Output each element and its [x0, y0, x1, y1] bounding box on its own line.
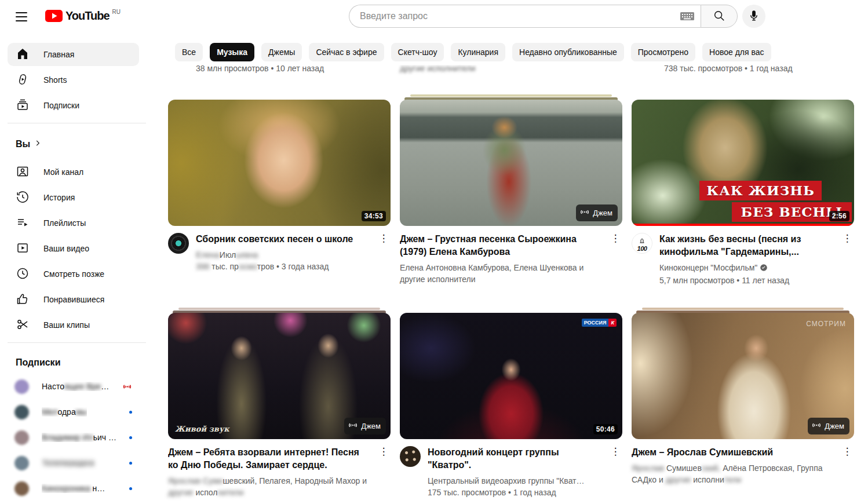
video-meta: 38 млн просмотров • 10 лет назад: [196, 64, 324, 73]
channel-name: Мелодрамы: [42, 407, 87, 417]
youtube-play-icon: [45, 10, 63, 22]
channel-name[interactable]: Киноконцерн "Мосфильм": [659, 262, 833, 275]
chip-mixes[interactable]: Джемы: [261, 43, 302, 61]
you-label: Вы: [16, 139, 30, 149]
microphone-icon: [747, 9, 760, 24]
avatar-label: 100: [637, 246, 647, 251]
video-thumbnail[interactable]: РОССИЯК 50:46: [400, 313, 622, 439]
channel-avatar: [14, 481, 29, 496]
video-title[interactable]: Джем – Ярослав Сумишевский: [632, 446, 833, 459]
video-title[interactable]: Как жизнь без весны (песня из кинофильма…: [659, 233, 833, 258]
voice-search-button[interactable]: [742, 5, 765, 28]
sidebar-item-subscriptions[interactable]: Подписки: [8, 94, 139, 117]
your-videos-icon: [16, 241, 30, 257]
search-input[interactable]: [359, 10, 680, 22]
video-meta: 175 тыс. просмотров • 1 год назад: [428, 487, 601, 498]
video-thumbnail[interactable]: СМОТРИМ Джем: [632, 313, 854, 439]
chip-sketch-shows[interactable]: Скетч-шоу: [391, 43, 444, 61]
chip-recently-uploaded[interactable]: Недавно опубликованные: [512, 43, 624, 61]
sidebar-item-playlists[interactable]: Плейлисты: [8, 211, 139, 235]
logo-text: YouTube: [65, 8, 110, 24]
chip-watched[interactable]: Просмотрено: [631, 43, 695, 61]
sidebar-you-header[interactable]: Вы: [16, 139, 42, 149]
video-thumbnail[interactable]: Живой звук Джем: [168, 313, 391, 439]
video-thumbnail[interactable]: 34:53: [168, 100, 391, 226]
sidebar-divider: [8, 123, 146, 123]
subscription-channel[interactable]: Мелодрамы: [8, 400, 139, 423]
youtube-home-page: YouTube RU Главная: [0, 0, 857, 504]
sidebar-item-home[interactable]: Главная: [8, 43, 139, 66]
subscription-channel[interactable]: Телепередачи: [8, 451, 139, 474]
search-button[interactable]: [701, 5, 738, 28]
video-title[interactable]: Джем – Грустная песенка Сыроежкина (1979…: [400, 233, 601, 258]
artists-byline[interactable]: Ярослав Сумишевский, Алёна Петровская, Г…: [632, 462, 833, 485]
chip-live[interactable]: Сейчас в эфире: [309, 43, 384, 61]
chip-music[interactable]: Музыка: [210, 43, 254, 61]
subscription-channel[interactable]: Владимир Ильич …: [8, 426, 139, 449]
sidebar-item-your-videos[interactable]: Ваши видео: [8, 237, 139, 260]
video-thumbnail[interactable]: КАК ЖИЗНЬ БЕЗ ВЕСНЫ 2:56: [632, 100, 854, 226]
channel-avatar[interactable]: [400, 446, 421, 467]
top-bar: YouTube RU: [0, 0, 857, 32]
search-bar: [349, 5, 738, 28]
mix-badge-label: Джем: [825, 422, 844, 430]
more-options-button[interactable]: ⋮: [608, 233, 622, 244]
channel-avatar[interactable]: 100: [632, 233, 652, 254]
chip-cooking[interactable]: Кулинария: [451, 43, 505, 61]
sidebar-item-your-clips[interactable]: Ваши клипы: [8, 313, 139, 337]
subscriptions-icon: [16, 98, 30, 114]
video-thumbnail[interactable]: Джем: [400, 100, 622, 226]
keyboard-icon[interactable]: [680, 11, 695, 21]
subscription-channel[interactable]: Кинохроника н…: [8, 477, 139, 500]
sidebar-item-label: Подписки: [43, 101, 79, 110]
more-options-button[interactable]: ⋮: [840, 233, 854, 244]
video-card: 34:53 Сборник советских песен о школе Ел…: [168, 100, 391, 272]
duration-badge: 50:46: [593, 424, 618, 434]
chip-all[interactable]: Все: [175, 43, 203, 61]
channel-name: Владимир Ильич …: [42, 433, 116, 442]
mix-stack-decoration: [642, 308, 844, 310]
sidebar-item-label: Смотреть позже: [43, 269, 104, 279]
chip-new-to-you[interactable]: Новое для вас: [702, 43, 771, 61]
sidebar-item-watch-later[interactable]: Смотреть позже: [8, 262, 139, 286]
live-icon: [122, 382, 132, 392]
scissors-icon: [16, 317, 30, 333]
artists-byline[interactable]: Елена Антоновна Камбурова, Елена Шуенков…: [400, 262, 601, 285]
more-options-button[interactable]: ⋮: [377, 233, 391, 244]
video-meta: 5,7 млн просмотров • 11 лет назад: [659, 275, 833, 286]
channel-name[interactable]: ЕленаИюльевна: [196, 249, 370, 261]
video-card: Джем Джем – Грустная песенка Сыроежкина …: [400, 100, 622, 285]
video-card: КАК ЖИЗНЬ БЕЗ ВЕСНЫ 2:56 100 Как жизнь б…: [632, 100, 854, 286]
sidebar-item-liked-videos[interactable]: Понравившиеся: [8, 288, 139, 311]
more-options-button[interactable]: ⋮: [608, 446, 622, 458]
shorts-icon: [16, 72, 30, 88]
more-options-button[interactable]: ⋮: [840, 446, 854, 458]
my-channel-icon: [16, 165, 30, 180]
history-icon: [16, 190, 30, 206]
channel-avatar[interactable]: [168, 233, 189, 254]
sidebar-item-history[interactable]: История: [8, 186, 139, 209]
channel-name[interactable]: Центральный видеоархив группы "Кват…: [428, 475, 601, 487]
duration-badge: 2:56: [829, 211, 849, 221]
channel-name: Настоящее Вре…: [42, 382, 109, 391]
video-title[interactable]: Джем – Ребята взорвали интернет! Песня к…: [168, 446, 370, 472]
more-options-button[interactable]: ⋮: [377, 446, 391, 458]
mosfilm-statue-icon: [639, 235, 645, 246]
sidebar-item-label: Shorts: [43, 75, 67, 85]
filter-chip-bar: Все Музыка Джемы Сейчас в эфире Скетч-шо…: [154, 32, 857, 65]
subscription-channel[interactable]: Настоящее Вре…: [8, 375, 139, 398]
artists-byline[interactable]: Ярослав Сумишевский, Пелагея, Народный М…: [168, 475, 370, 498]
channel-avatar: [14, 430, 29, 445]
thumbnail-watermark: СМОТРИМ: [806, 320, 846, 328]
video-title[interactable]: Новогодний концерт группы "Кватро".: [428, 446, 601, 472]
search-icon: [713, 9, 725, 24]
youtube-logo[interactable]: YouTube RU: [45, 8, 121, 24]
sidebar-subscriptions-header: Подписки: [16, 357, 60, 368]
hamburger-menu-button[interactable]: [14, 9, 28, 23]
channel-name: Телепередачи: [42, 458, 95, 468]
chevron-right-icon: [34, 139, 42, 149]
video-title[interactable]: Сборник советских песен о школе: [196, 233, 370, 246]
sidebar-item-my-channel[interactable]: Мой канал: [8, 160, 139, 184]
sidebar-item-shorts[interactable]: Shorts: [8, 68, 139, 92]
sidebar-divider: [8, 342, 146, 343]
